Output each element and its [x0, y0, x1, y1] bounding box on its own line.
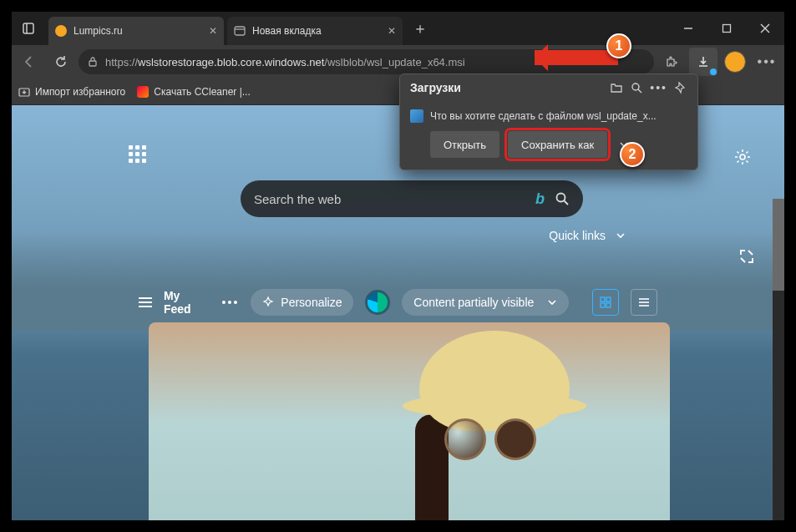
- tab-label: Lumpics.ru: [74, 25, 123, 37]
- svg-rect-17: [606, 297, 611, 301]
- open-file-button[interactable]: Открыть: [430, 131, 499, 158]
- file-icon: [410, 109, 423, 123]
- svg-line-12: [565, 201, 569, 205]
- downloads-title: Загрузки: [410, 81, 461, 94]
- newtab-icon: [234, 25, 246, 37]
- close-icon[interactable]: ✕: [388, 25, 396, 37]
- chevron-down-icon: [616, 231, 626, 241]
- back-button[interactable]: [15, 48, 43, 76]
- expand-icon[interactable]: [739, 249, 754, 264]
- close-icon[interactable]: ✕: [209, 25, 217, 37]
- downloads-button[interactable]: [689, 48, 717, 76]
- quick-links-toggle[interactable]: Quick links: [549, 229, 626, 242]
- favicon-lumpics: [55, 25, 67, 37]
- svg-point-10: [740, 155, 745, 160]
- new-tab-button[interactable]: ＋: [408, 16, 433, 41]
- svg-rect-2: [235, 27, 245, 35]
- maximize-button[interactable]: [707, 12, 746, 45]
- feed-more[interactable]: •••: [222, 296, 240, 309]
- svg-rect-5: [723, 25, 731, 33]
- extensions-button[interactable]: [657, 48, 686, 76]
- save-as-button[interactable]: Сохранить как: [508, 131, 607, 158]
- bookmark-import[interactable]: Импорт избранного: [18, 86, 125, 98]
- scrollbar-thumb[interactable]: [773, 199, 784, 291]
- search-icon[interactable]: [555, 191, 570, 206]
- svg-rect-0: [23, 23, 33, 33]
- sparkle-icon: [262, 296, 274, 308]
- page-settings-button[interactable]: [731, 145, 754, 169]
- svg-line-24: [638, 89, 641, 93]
- my-feed-label[interactable]: My Feed: [164, 289, 210, 316]
- import-icon: [18, 86, 30, 98]
- callout-badge-1: 1: [606, 33, 631, 58]
- url-text: https://wslstorestorage.blob.core.window…: [105, 56, 465, 68]
- svg-rect-18: [601, 303, 605, 307]
- download-question: Что вы хотите сделать с файлом wsl_updat…: [430, 110, 657, 122]
- personalize-button[interactable]: Personalize: [251, 289, 353, 316]
- tab-newtab[interactable]: Новая вкладка ✕: [227, 17, 403, 45]
- titlebar: Lumpics.ru ✕ Новая вкладка ✕ ＋: [12, 12, 784, 45]
- list-view-button[interactable]: [631, 289, 657, 316]
- svg-point-23: [632, 84, 639, 90]
- avatar: [724, 51, 746, 73]
- scrollbar[interactable]: [773, 199, 784, 520]
- feed-toolbar: My Feed ••• Personalize Content partiall…: [139, 286, 657, 319]
- tab-label: Новая вкладка: [252, 25, 322, 37]
- grid-view-button[interactable]: [592, 289, 619, 316]
- pin-button[interactable]: [674, 81, 687, 94]
- search-placeholder: Search the web: [254, 192, 341, 206]
- search-downloads-button[interactable]: [630, 81, 643, 94]
- refresh-button[interactable]: [47, 48, 75, 76]
- tab-lumpics[interactable]: Lumpics.ru ✕: [48, 17, 224, 45]
- downloads-popup: Загрузки ••• Что вы хотите сделать с фай…: [399, 73, 698, 170]
- svg-rect-8: [89, 61, 96, 66]
- ccleaner-icon: [137, 86, 149, 98]
- card-image: [369, 331, 620, 520]
- close-window-button[interactable]: [746, 12, 784, 45]
- chevron-down-icon: [547, 297, 557, 307]
- lock-icon: [87, 56, 99, 68]
- content-visibility-dropdown[interactable]: Content partially visible: [402, 289, 569, 316]
- callout-arrow: [535, 50, 618, 65]
- menu-icon[interactable]: [139, 297, 152, 307]
- news-card[interactable]: Best deals on hotels and holidays!: [149, 322, 670, 520]
- apps-launcher-icon[interactable]: [129, 145, 146, 163]
- minimize-button[interactable]: [669, 12, 707, 45]
- open-folder-button[interactable]: [610, 81, 623, 94]
- downloads-more-button[interactable]: •••: [650, 81, 667, 94]
- svg-point-11: [557, 194, 565, 202]
- callout-badge-2: 2: [620, 142, 645, 167]
- search-input[interactable]: Search the web b: [241, 180, 583, 217]
- tab-actions-button[interactable]: [12, 12, 45, 45]
- bing-icon: b: [535, 190, 545, 208]
- window-controls: [669, 12, 784, 45]
- svg-rect-19: [606, 303, 611, 307]
- menu-button[interactable]: •••: [753, 48, 781, 76]
- bookmark-ccleaner[interactable]: Скачать CCleaner |...: [137, 86, 250, 98]
- profile-button[interactable]: [721, 48, 749, 76]
- edge-logo-icon: [365, 290, 390, 315]
- svg-rect-16: [601, 297, 605, 301]
